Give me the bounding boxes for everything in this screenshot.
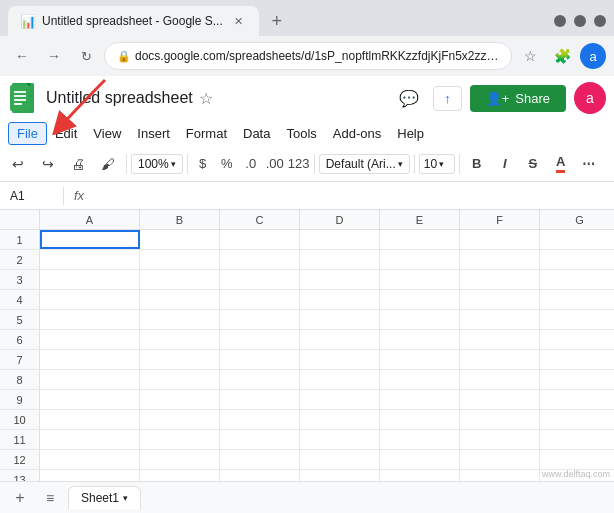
font-size-selector[interactable]: 10 ▾	[419, 154, 455, 174]
menu-item-help[interactable]: Help	[389, 123, 432, 144]
cell-C12[interactable]	[220, 450, 300, 469]
cell-C1[interactable]	[220, 230, 300, 249]
menu-item-data[interactable]: Data	[235, 123, 278, 144]
cell-D4[interactable]	[300, 290, 380, 309]
menu-item-edit[interactable]: Edit	[47, 123, 85, 144]
col-header-f[interactable]: F	[460, 210, 540, 229]
cell-B7[interactable]	[140, 350, 220, 369]
extensions-button[interactable]: 🧩	[548, 42, 576, 70]
cell-A5[interactable]	[40, 310, 140, 329]
cell-C8[interactable]	[220, 370, 300, 389]
cell-D1[interactable]	[300, 230, 380, 249]
share-button[interactable]: 👤+ Share	[470, 85, 566, 112]
cell-E5[interactable]	[380, 310, 460, 329]
user-avatar[interactable]: a	[574, 82, 606, 114]
cell-E4[interactable]	[380, 290, 460, 309]
col-header-g[interactable]: G	[540, 210, 614, 229]
redo-button[interactable]: ↪	[34, 151, 62, 177]
cell-F1[interactable]	[460, 230, 540, 249]
cell-G10[interactable]	[540, 410, 614, 429]
close-button[interactable]	[594, 15, 606, 27]
cell-F8[interactable]	[460, 370, 540, 389]
comma-button[interactable]: .0	[240, 151, 262, 177]
cell-G7[interactable]	[540, 350, 614, 369]
cell-A3[interactable]	[40, 270, 140, 289]
cell-A2[interactable]	[40, 250, 140, 269]
cell-A6[interactable]	[40, 330, 140, 349]
col-header-c[interactable]: C	[220, 210, 300, 229]
forward-button[interactable]: →	[40, 42, 68, 70]
cell-D9[interactable]	[300, 390, 380, 409]
cell-B5[interactable]	[140, 310, 220, 329]
cell-B3[interactable]	[140, 270, 220, 289]
paint-format-button[interactable]: 🖌	[94, 151, 122, 177]
cell-C10[interactable]	[220, 410, 300, 429]
cell-D11[interactable]	[300, 430, 380, 449]
menu-item-format[interactable]: Format	[178, 123, 235, 144]
cell-D6[interactable]	[300, 330, 380, 349]
cell-C9[interactable]	[220, 390, 300, 409]
bold-button[interactable]: B	[464, 151, 490, 177]
cell-F5[interactable]	[460, 310, 540, 329]
cell-D8[interactable]	[300, 370, 380, 389]
new-tab-button[interactable]: +	[263, 7, 291, 35]
cell-G12[interactable]	[540, 450, 614, 469]
cell-B10[interactable]	[140, 410, 220, 429]
cell-E2[interactable]	[380, 250, 460, 269]
maximize-button[interactable]	[574, 15, 586, 27]
cell-B12[interactable]	[140, 450, 220, 469]
cell-D7[interactable]	[300, 350, 380, 369]
cell-B11[interactable]	[140, 430, 220, 449]
sheet-list-button[interactable]: ≡	[38, 486, 62, 510]
cell-D3[interactable]	[300, 270, 380, 289]
cell-G4[interactable]	[540, 290, 614, 309]
cell-F12[interactable]	[460, 450, 540, 469]
cell-C7[interactable]	[220, 350, 300, 369]
more-options-button[interactable]: ⋯	[576, 151, 602, 177]
text-color-button[interactable]: A	[548, 151, 574, 177]
cell-B8[interactable]	[140, 370, 220, 389]
menu-item-insert[interactable]: Insert	[129, 123, 178, 144]
strikethrough-button[interactable]: S	[520, 151, 546, 177]
cell-G5[interactable]	[540, 310, 614, 329]
menu-item-tools[interactable]: Tools	[278, 123, 324, 144]
col-header-e[interactable]: E	[380, 210, 460, 229]
cell-G6[interactable]	[540, 330, 614, 349]
cell-reference[interactable]: A1	[4, 187, 64, 205]
font-family-selector[interactable]: Default (Ari... ▾	[319, 154, 410, 174]
col-header-a[interactable]: A	[40, 210, 140, 229]
add-sheet-button[interactable]: +	[8, 486, 32, 510]
cell-A4[interactable]	[40, 290, 140, 309]
cell-E1[interactable]	[380, 230, 460, 249]
print-button[interactable]: 🖨	[64, 151, 92, 177]
menu-item-addons[interactable]: Add-ons	[325, 123, 389, 144]
cell-F10[interactable]	[460, 410, 540, 429]
cell-C2[interactable]	[220, 250, 300, 269]
cell-G9[interactable]	[540, 390, 614, 409]
cell-F7[interactable]	[460, 350, 540, 369]
cell-A9[interactable]	[40, 390, 140, 409]
cell-A10[interactable]	[40, 410, 140, 429]
cell-F9[interactable]	[460, 390, 540, 409]
back-button[interactable]: ←	[8, 42, 36, 70]
cell-E6[interactable]	[380, 330, 460, 349]
tab-close-button[interactable]: ✕	[231, 13, 247, 29]
comment-button[interactable]: 💬	[393, 82, 425, 114]
cell-C4[interactable]	[220, 290, 300, 309]
cell-E8[interactable]	[380, 370, 460, 389]
col-header-d[interactable]: D	[300, 210, 380, 229]
cell-F11[interactable]	[460, 430, 540, 449]
cell-B2[interactable]	[140, 250, 220, 269]
cell-B9[interactable]	[140, 390, 220, 409]
cell-E10[interactable]	[380, 410, 460, 429]
cell-C11[interactable]	[220, 430, 300, 449]
cell-C6[interactable]	[220, 330, 300, 349]
cell-B6[interactable]	[140, 330, 220, 349]
cell-F4[interactable]	[460, 290, 540, 309]
undo-button[interactable]: ↩	[4, 151, 32, 177]
cell-A8[interactable]	[40, 370, 140, 389]
cell-G3[interactable]	[540, 270, 614, 289]
cell-D10[interactable]	[300, 410, 380, 429]
star-button[interactable]: ☆	[199, 89, 213, 108]
cell-D12[interactable]	[300, 450, 380, 469]
